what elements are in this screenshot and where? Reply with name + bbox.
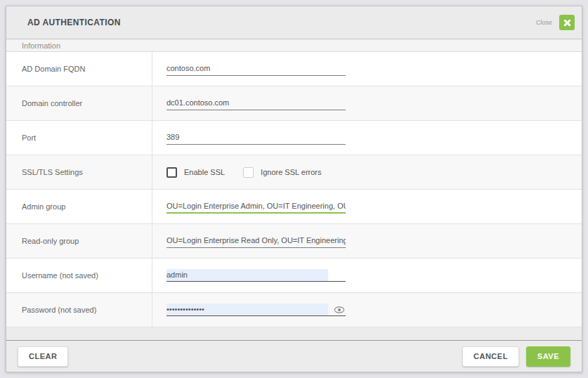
field-label-username-not-saved: Username (not saved) xyxy=(6,259,152,292)
field-area-ssl-tls-settings: Enable SSLIgnore SSL errors xyxy=(152,155,582,189)
checkbox-label-ignore-ssl-errors: Ignore SSL errors xyxy=(261,168,321,176)
form-row-ad-domain-fqdn: AD Domain FQDN xyxy=(6,52,582,86)
checkbox-group-ignore-ssl-errors: Ignore SSL errors xyxy=(243,167,321,178)
ad-domain-fqdn-input[interactable] xyxy=(166,63,346,76)
checkbox-group-enable-ssl: Enable SSL xyxy=(166,167,225,178)
form-rows: AD Domain FQDNDomain controllerPortSSL/T… xyxy=(6,52,582,327)
body-filler xyxy=(6,327,582,340)
checkbox-enable-ssl[interactable] xyxy=(166,167,177,178)
field-area-read-only-group xyxy=(152,224,582,258)
field-area-domain-controller xyxy=(152,86,582,120)
form-row-password-not-saved: Password (not saved) xyxy=(6,293,582,327)
close-x-icon xyxy=(563,18,572,27)
information-section-bar: Information xyxy=(6,39,582,52)
port-input[interactable] xyxy=(166,131,346,145)
form-row-admin-group: Admin group xyxy=(6,190,582,224)
form-row-ssl-tls-settings: SSL/TLS SettingsEnable SSLIgnore SSL err… xyxy=(6,155,582,190)
dialog-header: AD AUTHENTICATION Close xyxy=(6,6,582,39)
admin-group-input[interactable] xyxy=(166,200,346,214)
field-label-password-not-saved: Password (not saved) xyxy=(6,293,152,327)
checkbox-ignore-ssl-errors xyxy=(243,167,254,178)
read-only-group-input[interactable] xyxy=(166,235,346,248)
field-label-domain-controller: Domain controller xyxy=(6,86,152,120)
field-label-admin-group: Admin group xyxy=(6,190,152,223)
form-row-domain-controller: Domain controller xyxy=(6,86,582,121)
field-area-ad-domain-fqdn xyxy=(152,52,582,86)
username-not-saved-input[interactable] xyxy=(166,269,328,281)
form-row-username-not-saved: Username (not saved) xyxy=(6,259,582,293)
password-not-saved-input[interactable] xyxy=(166,304,328,315)
ad-authentication-dialog: AD AUTHENTICATION Close Information AD D… xyxy=(6,6,582,372)
field-label-port: Port xyxy=(6,121,152,155)
password-not-saved-input-wrap xyxy=(166,304,346,316)
field-area-admin-group xyxy=(152,190,582,223)
dialog-footer: CLEAR CANCEL SAVE xyxy=(6,340,582,372)
clear-button[interactable]: CLEAR xyxy=(18,346,68,367)
form-row-read-only-group: Read-only group xyxy=(6,224,582,259)
field-area-password-not-saved xyxy=(152,293,582,327)
close-label: Close xyxy=(536,19,552,26)
cancel-button[interactable]: CANCEL xyxy=(462,346,519,367)
domain-controller-input[interactable] xyxy=(166,97,346,110)
field-label-ssl-tls-settings: SSL/TLS Settings xyxy=(6,155,152,189)
dialog-title: AD AUTHENTICATION xyxy=(27,18,121,27)
section-title: Information xyxy=(22,41,60,50)
username-not-saved-input-wrap xyxy=(166,269,346,282)
field-area-username-not-saved xyxy=(152,259,582,292)
field-label-ad-domain-fqdn: AD Domain FQDN xyxy=(6,52,152,86)
checkbox-label-enable-ssl: Enable SSL xyxy=(184,168,225,176)
field-area-port xyxy=(152,121,582,155)
field-label-read-only-group: Read-only group xyxy=(6,224,152,258)
reveal-password-eye-icon[interactable] xyxy=(334,306,345,315)
close-button[interactable] xyxy=(559,15,575,30)
form-row-port: Port xyxy=(6,121,582,155)
save-button[interactable]: SAVE xyxy=(526,346,570,367)
